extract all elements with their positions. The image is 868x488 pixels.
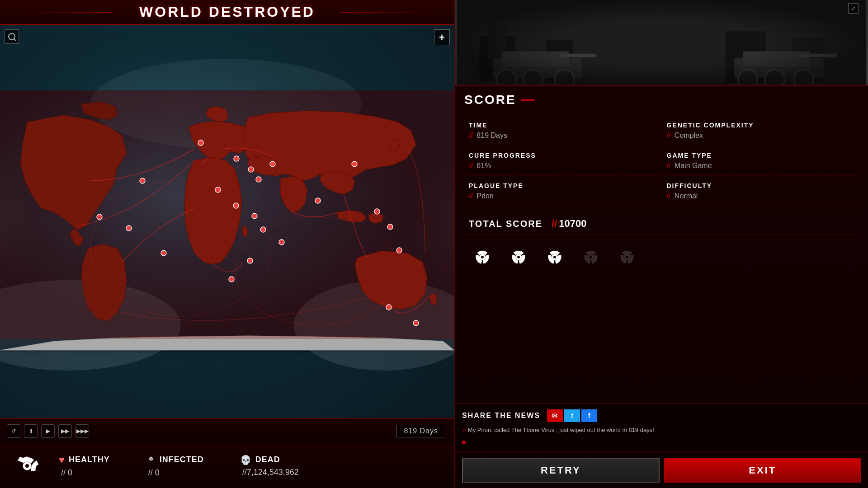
svg-point-9 (97, 214, 102, 220)
plague-type-value: // Prion (469, 192, 657, 200)
map-section: WORLD DESTROYED (0, 0, 454, 488)
cure-progress-cell: CURE PROGRESS // 61% (464, 146, 661, 176)
bottom-buttons: RETRY EXIT (455, 451, 868, 488)
rating-icon-3 (541, 244, 568, 271)
svg-point-61 (481, 256, 484, 258)
stats-bar: ♥ HEALTHY // 0 (0, 443, 454, 488)
heart-icon: ♥ (59, 454, 65, 466)
svg-point-26 (396, 248, 402, 253)
days-counter: 819 Days (396, 425, 445, 437)
svg-point-28 (229, 277, 234, 282)
faster-forward-button[interactable]: ▶▶▶ (75, 424, 89, 438)
svg-point-19 (252, 213, 257, 219)
healthy-stat: ♥ HEALTHY // 0 (59, 454, 110, 478)
svg-point-35 (25, 464, 29, 468)
svg-point-16 (270, 161, 275, 167)
svg-point-67 (590, 256, 592, 258)
pause-button[interactable]: ⏸ (24, 424, 38, 438)
svg-point-15 (256, 177, 261, 182)
share-text: // My Prion, called The Tbone Virus , ju… (462, 426, 861, 435)
infected-stat: INFECTED // 0 (146, 454, 204, 478)
retry-button[interactable]: RETRY (462, 458, 660, 483)
total-score-value: //10700 (552, 218, 586, 230)
svg-point-18 (233, 203, 239, 208)
healthy-value: // 0 (59, 468, 110, 478)
zoom-plus-button[interactable]: + (434, 29, 450, 45)
cure-progress-label: CURE PROGRESS (469, 152, 657, 159)
reset-button[interactable]: ↺ (7, 424, 20, 438)
difficulty-label: DIFFICULTY (667, 182, 855, 189)
svg-point-24 (374, 209, 380, 214)
score-grid: TIME // 819 Days GENETIC COMPLEXITY // C… (464, 116, 859, 206)
preview-image: ⤢ (455, 0, 868, 86)
exit-button[interactable]: EXIT (664, 458, 862, 483)
infected-value: // 0 (146, 468, 204, 478)
svg-point-65 (553, 256, 556, 258)
svg-line-33 (14, 39, 16, 41)
svg-point-25 (387, 224, 393, 230)
map-area[interactable]: + (0, 25, 454, 418)
share-title: SHARE THE NEWS (462, 412, 540, 420)
svg-point-29 (161, 250, 166, 256)
cure-progress-value: // 61% (469, 162, 657, 170)
game-type-label: GAME TYPE (667, 152, 855, 159)
preview-svg: ⤢ (455, 0, 868, 85)
svg-point-31 (386, 305, 392, 310)
svg-point-17 (215, 187, 221, 192)
score-section: SCORE TIME // 819 Days GENETIC COMPLEXIT… (455, 86, 868, 403)
genetic-complexity-label: GENETIC COMPLEXITY (667, 122, 855, 129)
main-container: WORLD DESTROYED (0, 0, 868, 488)
svg-point-11 (140, 178, 145, 183)
share-buttons: ✉ t f (547, 409, 597, 422)
right-panel: ⤢ SCORE TIME // 819 Days (454, 0, 868, 488)
dead-stat: 💀 DEAD //7,124,543,962 (240, 455, 299, 477)
svg-point-63 (517, 256, 520, 258)
play-button[interactable]: ▶ (41, 424, 55, 438)
playback-controls: ↺ ⏸ ▶ ▶▶ ▶▶▶ 819 Days (0, 418, 454, 443)
svg-point-37 (151, 458, 151, 459)
rating-icon-2 (505, 244, 532, 271)
svg-point-10 (126, 225, 132, 231)
share-section: SHARE THE NEWS ✉ t f // My Prion, called… (455, 403, 868, 452)
page-title: WORLD DESTROYED (139, 4, 315, 20)
difficulty-value: // Normal (667, 192, 855, 200)
svg-point-69 (626, 256, 628, 258)
rating-icon-1 (469, 244, 496, 271)
svg-rect-6 (0, 90, 454, 339)
svg-point-12 (198, 140, 203, 145)
zoom-icon (7, 32, 16, 41)
dead-value: //7,124,543,962 (240, 468, 299, 477)
biohazard-rating (464, 241, 859, 277)
svg-point-20 (260, 227, 266, 232)
svg-point-30 (413, 320, 419, 326)
world-map (0, 25, 454, 418)
svg-point-32 (9, 33, 15, 40)
time-label: TIME (469, 122, 657, 129)
zoom-indicator[interactable] (5, 29, 19, 44)
fast-forward-button[interactable]: ▶▶ (58, 424, 72, 438)
svg-point-21 (279, 239, 284, 245)
share-header: SHARE THE NEWS ✉ t f (462, 409, 861, 422)
svg-point-23 (352, 161, 357, 167)
svg-rect-57 (457, 0, 866, 85)
time-cell: TIME // 819 Days (464, 116, 661, 145)
share-twitter-button[interactable]: t (564, 409, 580, 422)
genetic-complexity-value: // Complex (667, 131, 855, 140)
score-header: SCORE (464, 93, 859, 107)
rating-icon-4 (577, 244, 604, 271)
plague-type-label: PLAGUE TYPE (469, 182, 657, 189)
share-facebook-button[interactable]: f (581, 409, 597, 422)
svg-point-14 (248, 167, 254, 172)
total-score-label: TOTAL SCORE (469, 219, 542, 229)
share-email-button[interactable]: ✉ (547, 409, 563, 422)
game-type-cell: GAME TYPE // Main Game (662, 146, 859, 176)
title-bar: WORLD DESTROYED (0, 0, 454, 25)
score-title: SCORE (464, 93, 516, 107)
biohazard-logo (9, 448, 45, 484)
plague-type-cell: PLAGUE TYPE // Prion (464, 177, 661, 206)
total-score-row: TOTAL SCORE //10700 (464, 213, 859, 235)
svg-text:⤢: ⤢ (851, 5, 855, 12)
difficulty-cell: DIFFICULTY // Normal (662, 177, 859, 206)
svg-point-13 (234, 156, 239, 161)
game-type-value: // Main Game (667, 162, 855, 170)
